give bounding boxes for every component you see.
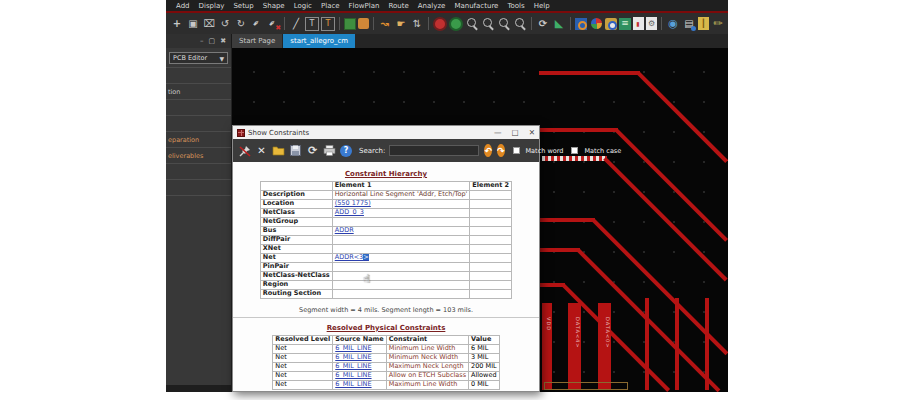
sidebar-item-eliverables[interactable]: eliverables [166, 147, 231, 163]
eye-icon[interactable] [666, 17, 680, 31]
print-icon[interactable] [323, 144, 336, 157]
menu-display[interactable]: Display [199, 2, 225, 10]
dialog-maximize-icon[interactable]: □ [512, 129, 519, 137]
resolved-header: Resolved Level [273, 336, 333, 345]
pie-chart-icon[interactable] [589, 17, 603, 31]
measure-icon[interactable] [698, 17, 709, 30]
location-link[interactable]: (550 1775) [335, 200, 371, 208]
source-name-link[interactable]: 6_MIL_LINE [335, 363, 371, 371]
sidebar-item-tion[interactable]: tion [166, 83, 231, 99]
menu-setup[interactable]: Setup [233, 2, 253, 10]
copy-view-icon[interactable] [682, 17, 696, 31]
menu-logic[interactable]: Logic [294, 2, 312, 10]
shape-check-icon[interactable] [605, 18, 617, 30]
dialog-minimize-icon[interactable]: — [494, 129, 502, 137]
rats-all-icon[interactable] [449, 17, 463, 31]
slide-icon[interactable] [394, 17, 408, 31]
menu-place[interactable]: Place [321, 2, 340, 10]
dialog-title: Show Constraints [248, 129, 484, 137]
pin-icon[interactable] [250, 17, 264, 31]
delete-icon[interactable] [202, 17, 216, 31]
tab-start_allegro_cm[interactable]: start_allegro_cm [283, 34, 355, 48]
undo-icon[interactable] [218, 17, 232, 31]
sidebar-item[interactable] [166, 163, 231, 179]
toolbar-separator [428, 17, 429, 30]
zoom-points-icon[interactable] [465, 17, 479, 31]
hierarchy-element1-cell: Horizontal Line Segment 'Addr, Etch/Top' [332, 191, 470, 200]
menu-flowplan[interactable]: FlowPlan [349, 2, 380, 10]
rats-net-icon[interactable] [433, 17, 447, 31]
copy-icon[interactable] [186, 17, 200, 31]
menu-manufacture[interactable]: Manufacture [454, 2, 498, 10]
open-folder-icon[interactable] [272, 144, 285, 157]
sidebar-item-eparation[interactable]: eparation [166, 131, 231, 147]
save-icon[interactable] [289, 144, 302, 157]
sidebar-item[interactable] [166, 179, 231, 195]
shine-icon[interactable] [727, 17, 728, 31]
zoom-in-icon[interactable] [497, 17, 511, 31]
hierarchy-element1-cell [332, 272, 470, 281]
toolbar-separator [339, 17, 340, 30]
tab-start-page[interactable]: Start Page [232, 34, 282, 48]
menu-route[interactable]: Route [388, 2, 408, 10]
panel-float-icon[interactable]: ▢ [209, 38, 216, 45]
move-icon[interactable] [170, 17, 184, 31]
markup-icon[interactable] [711, 17, 725, 31]
add-line-icon[interactable] [289, 17, 303, 31]
match-word-checkbox[interactable] [513, 147, 520, 154]
chevron-down-icon: ▼ [219, 55, 224, 62]
panel-close-icon[interactable]: ✖ [220, 38, 226, 45]
match-case-label: Match case [584, 147, 621, 155]
resolved-cell: Maximum Neck Length [386, 363, 468, 372]
netclass-link[interactable]: ADD_0_3 [335, 209, 364, 217]
menu-analyze[interactable]: Analyze [418, 2, 446, 10]
refresh-icon[interactable]: ⟳ [306, 144, 319, 157]
dialog-titlebar[interactable]: Show Constraints — □ ✕ [233, 126, 539, 139]
sidebar-item[interactable] [166, 67, 231, 83]
panel-minimize-icon[interactable]: – [200, 38, 204, 45]
layers-icon[interactable] [619, 18, 631, 30]
source-name-link[interactable]: 6_MIL_LINE [335, 372, 371, 380]
close-results-icon[interactable]: ✕ [255, 144, 268, 157]
source-name-link[interactable]: 6_MIL_LINE [335, 345, 371, 353]
route-icon[interactable] [378, 17, 392, 31]
hierarchy-row: DescriptionHorizontal Line Segment 'Addr… [260, 191, 511, 200]
spread-icon[interactable] [410, 17, 424, 31]
sidebar-item[interactable] [166, 99, 231, 115]
color-dialog-icon[interactable] [575, 18, 587, 30]
redo-icon[interactable] [234, 17, 248, 31]
hierarchy-element1-cell: ADD_0_3 [332, 209, 470, 218]
bus-link[interactable]: ADDR [335, 227, 354, 235]
text-block-icon[interactable] [321, 17, 335, 31]
report-icon[interactable] [633, 17, 644, 30]
help-icon[interactable]: ? [340, 145, 352, 157]
color-icon[interactable] [344, 18, 356, 30]
search-input[interactable] [389, 145, 479, 156]
editor-mode-dropdown[interactable]: PCB Editor ▼ [169, 52, 228, 64]
source-name-link[interactable]: 6_MIL_LINE [335, 381, 371, 389]
zoom-fit-icon[interactable] [481, 17, 495, 31]
zoom-out-icon[interactable] [513, 17, 527, 31]
properties-icon[interactable] [646, 17, 657, 30]
dialog-close-icon[interactable]: ✕ [529, 129, 535, 137]
menu-tools[interactable]: Tools [507, 2, 524, 10]
menu-help[interactable]: Help [534, 2, 550, 10]
resolved-row: Net6_MIL_LINEAllow on ETCH SubclassAllow… [273, 372, 499, 381]
source-name-link[interactable]: 6_MIL_LINE [335, 354, 371, 362]
text-edit-icon[interactable] [305, 17, 319, 31]
find-previous-button[interactable]: ↶ [484, 144, 492, 157]
menu-shape[interactable]: Shape [263, 2, 285, 10]
unpin-icon[interactable] [238, 144, 251, 157]
redraw-icon[interactable] [536, 17, 550, 31]
find-next-button[interactable]: ↷ [497, 144, 505, 157]
hierarchy-row: DiffPair [260, 236, 511, 245]
hierarchy-label-cell: NetClass-NetClass [260, 272, 332, 281]
pad-icon[interactable] [358, 18, 369, 29]
unpin-icon[interactable] [266, 17, 280, 31]
match-case-checkbox[interactable] [571, 147, 578, 154]
sidebar-item[interactable] [166, 115, 231, 131]
hierarchy-title: Constraint Hierarchy [233, 170, 539, 178]
visibility-icon[interactable] [552, 17, 566, 31]
net-link[interactable]: ADDR<3> [335, 254, 369, 262]
menu-add[interactable]: Add [176, 2, 190, 10]
